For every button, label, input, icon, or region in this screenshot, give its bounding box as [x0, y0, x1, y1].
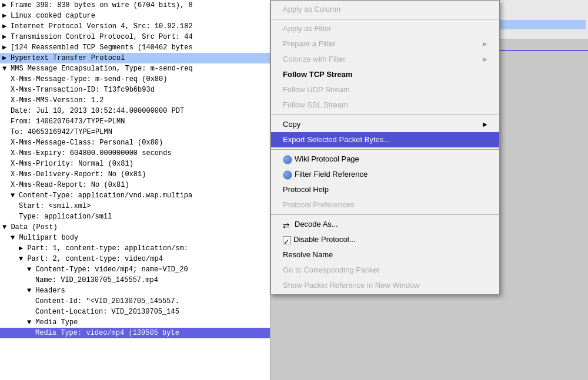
tree-item-date[interactable]: Date: Jul 10, 2013 10:52:44.000000000 PD…	[0, 106, 270, 116]
tree-item-linux-cooked[interactable]: ▶ Linux cooked capture	[0, 11, 270, 21]
tree-item-text: MMS Message Encapsulation, Type: m-send-…	[11, 65, 193, 73]
tree-item-text: Hypertext Transfer Protocol	[11, 54, 125, 62]
tree-item-text: ▼ Content-Type: video/mp4; name=VID_20	[27, 265, 188, 274]
menu-item-label: Disable Protocol...	[293, 235, 356, 244]
tree-item-text: X-Mms-Message-Class: Personal (0x80)	[11, 139, 163, 147]
menu-item-apply-filter: Apply as Filter	[271, 21, 499, 36]
tree-item-content-id[interactable]: Content-Id: "<VID_20130705_145557.	[0, 296, 270, 307]
tree-item-multipart[interactable]: ▼ Multipart body	[0, 233, 270, 243]
globe-icon	[283, 170, 292, 180]
tree-item-headers[interactable]: ▼ Headers	[0, 285, 270, 296]
menu-item-label: Copy	[283, 119, 300, 130]
menu-item-label: Go to Corresponding Packet	[283, 265, 379, 274]
menu-item-follow-tcp[interactable]: Follow TCP Stream	[271, 67, 499, 82]
tree-arrow: ▶	[2, 32, 11, 42]
menu-item-prepare-filter: Prepare a Filter▶	[271, 36, 499, 52]
tree-item-text: X-Mms-Expiry: 604800.000000000 seconds	[11, 149, 172, 157]
menu-separator	[271, 214, 499, 215]
tree-item-http[interactable]: ▶ Hypertext Transfer Protocol	[0, 53, 270, 63]
tree-item-text: ▼ Data (Post)	[2, 223, 58, 231]
menu-item-label: Wiki Protocol Page	[295, 154, 359, 163]
tree-item-part1[interactable]: ▶ Part: 1, content-type: application/sm:	[0, 243, 270, 254]
tree-item-reassembled[interactable]: ▶ [124 Reassembled TCP Segments (140462 …	[0, 42, 270, 53]
tree-item-media-value[interactable]: Media Type: video/mp4 (139505 byte	[0, 328, 270, 338]
tree-item-text: Content-Location: VID_20130705_145	[35, 308, 179, 316]
decode-icon: ⇄	[283, 220, 292, 230]
menu-item-label: Apply as Filter	[283, 24, 331, 33]
tree-item-text: Transmission Control Protocol, Src Port:…	[11, 33, 193, 41]
tree-arrow: ▶	[2, 43, 11, 52]
menu-item-protocol-prefs: Protocol Preferences	[271, 197, 499, 213]
menu-item-wiki-page[interactable]: Wiki Protocol Page	[271, 152, 499, 167]
tree-item-from[interactable]: From: 14062076473/TYPE=PLMN	[0, 116, 270, 127]
tree-item-text: Internet Protocol Version 4, Src: 10.92.…	[11, 22, 193, 31]
tree-item-text: ▼ Headers	[27, 287, 65, 295]
menu-item-export-bytes[interactable]: Export Selected Packet Bytes...	[271, 132, 499, 147]
tree-item-start[interactable]: Start: <smil.xml>	[0, 201, 270, 211]
globe-icon	[283, 155, 292, 164]
menu-item-label: Export Selected Packet Bytes...	[283, 135, 390, 144]
menu-item-apply-column: Apply as Column	[271, 2, 499, 17]
submenu-arrow: ▶	[483, 119, 487, 130]
tree-arrow: ▼	[2, 64, 11, 73]
tree-item-text: Frame 390: 838 bytes on wire (6704 bits)…	[11, 1, 193, 9]
menu-item-decode-as[interactable]: ⇄Decode As...	[271, 217, 499, 232]
context-menu[interactable]: Apply as ColumnApply as FilterPrepare a …	[270, 0, 500, 295]
tree-item-x-trans[interactable]: X-Mms-Transaction-ID: T13fc9b6b93d	[0, 85, 270, 95]
tree-item-x-type[interactable]: X-Mms-Message-Type: m-send-req (0x80)	[0, 74, 270, 85]
tree-item-x-class[interactable]: X-Mms-Message-Class: Personal (0x80)	[0, 137, 270, 148]
menu-item-copy[interactable]: Copy▶	[271, 117, 499, 132]
menu-item-filter-ref[interactable]: Filter Field Reference	[271, 167, 499, 182]
checkbox-icon: ✓	[283, 236, 291, 244]
menu-item-label: Follow TCP Stream	[283, 70, 352, 79]
tree-item-x-ver[interactable]: X-Mms-MMS-Version: 1.2	[0, 95, 270, 106]
tree-item-tcp[interactable]: ▶ Transmission Control Protocol, Src Por…	[0, 32, 270, 42]
menu-item-protocol-help[interactable]: Protocol Help	[271, 182, 499, 197]
tree-item-ctype-mp4[interactable]: ▼ Content-Type: video/mp4; name=VID_20	[0, 264, 270, 275]
tree-item-text: ▼ Multipart body	[11, 234, 78, 242]
tree-item-text: X-Mms-Delivery-Report: No (0x81)	[11, 170, 146, 179]
tree-item-content-loc[interactable]: Content-Location: VID_20130705_145	[0, 307, 270, 317]
menu-item-label: Protocol Preferences	[283, 200, 354, 209]
menu-separator	[271, 115, 499, 115]
tree-item-text: Media Type: video/mp4 (139505 byte	[35, 329, 179, 337]
tree-item-part2[interactable]: ▼ Part: 2, content-type: video/mp4	[0, 254, 270, 264]
menu-item-follow-ssl: Follow SSL Stream	[271, 97, 499, 113]
tree-item-name-mp4[interactable]: Name: VID_20130705_145557.mp4	[0, 275, 270, 285]
tree-item-text: ▶ Part: 1, content-type: application/sm:	[19, 244, 188, 253]
menu-item-label: Follow UDP Stream	[283, 85, 350, 94]
tree-arrow: ▼	[11, 191, 19, 200]
tree-item-text: X-Mms-Message-Type: m-send-req (0x80)	[11, 75, 167, 83]
tree-item-type[interactable]: Type: application/smil	[0, 211, 270, 222]
tree-item-data-post[interactable]: ▼ Data (Post)	[0, 222, 270, 233]
tree-item-ip[interactable]: ▶ Internet Protocol Version 4, Src: 10.9…	[0, 21, 270, 32]
menu-item-resolve-name[interactable]: Resolve Name	[271, 247, 499, 263]
submenu-arrow: ▶	[483, 54, 487, 65]
tree-item-text: ▼ Media Type	[27, 318, 78, 327]
menu-item-disable-proto[interactable]: ✓Disable Protocol...	[271, 232, 499, 247]
tree-item-media-type[interactable]: ▼ Media Type	[0, 317, 270, 328]
menu-item-colorize-filter: Colorize with Filter▶	[271, 52, 499, 67]
menu-separator	[271, 19, 499, 19]
menu-separator	[271, 149, 499, 150]
tree-item-text: Date: Jul 10, 2013 10:52:44.000000000 PD…	[11, 107, 184, 115]
menu-item-label: Resolve Name	[283, 250, 333, 259]
tree-item-frame[interactable]: ▶ Frame 390: 838 bytes on wire (6704 bit…	[0, 0, 270, 11]
menu-item-label: Show Packet Reference in New Window	[283, 281, 420, 290]
tree-item-x-pri[interactable]: X-Mms-Priority: Normal (0x81)	[0, 159, 270, 169]
tree-arrow: ▶	[2, 22, 11, 31]
submenu-arrow: ▶	[483, 39, 487, 49]
tree-arrow: ▶	[2, 53, 11, 63]
left-panel: ▶ Frame 390: 838 bytes on wire (6704 bit…	[0, 0, 270, 380]
tree-item-x-read[interactable]: X-Mms-Read-Report: No (0x81)	[0, 180, 270, 190]
tree-item-to[interactable]: To: 4065316942/TYPE=PLMN	[0, 127, 270, 137]
tree-item-x-expiry[interactable]: X-Mms-Expiry: 604800.000000000 seconds	[0, 148, 270, 159]
tree-item-text: [124 Reassembled TCP Segments (140462 by…	[11, 43, 193, 52]
tree-arrow: ▶	[2, 11, 11, 21]
tree-item-text: From: 14062076473/TYPE=PLMN	[11, 117, 125, 126]
tree-item-content-type[interactable]: ▼ Content-Type: application/vnd.wap.mult…	[0, 190, 270, 201]
tree-item-x-del[interactable]: X-Mms-Delivery-Report: No (0x81)	[0, 169, 270, 180]
tree-arrow: ▶	[2, 1, 11, 10]
tree-item-mms[interactable]: ▼ MMS Message Encapsulation, Type: m-sen…	[0, 63, 270, 74]
tree-item-text: X-Mms-Priority: Normal (0x81)	[11, 160, 133, 168]
